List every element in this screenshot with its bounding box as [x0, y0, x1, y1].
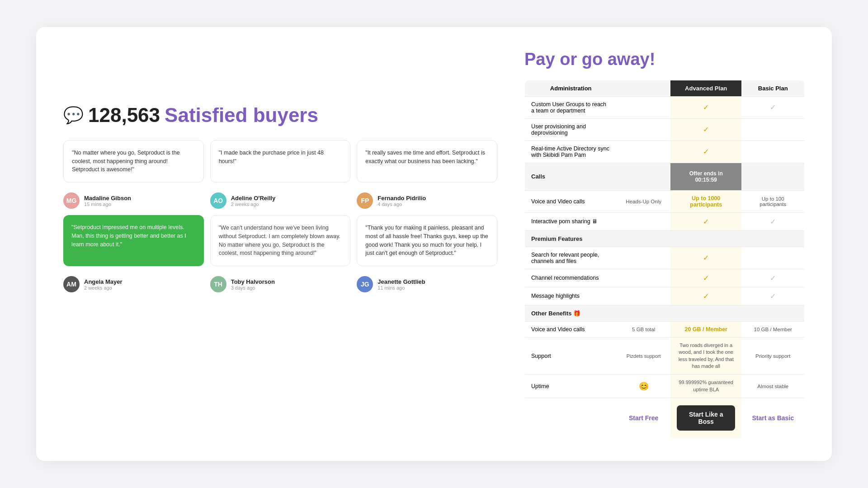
table-row: Uptime 😊 99.999992% guaranteed uptime BL… [525, 375, 805, 398]
testimonial-card-6: "Thank you for making it painless, pleas… [357, 215, 497, 266]
action-cell-advanced[interactable]: Start Like a Boss [670, 398, 742, 438]
author-name-6: Jeanette Gottlieb [377, 278, 425, 285]
testimonial-card-1: "No matter where you go, Setproduct is t… [63, 140, 204, 183]
start-basic-button[interactable]: Start as Basic [748, 414, 798, 422]
author-row-2: AO Adeline O'Reilly 2 weeks ago [210, 192, 351, 209]
advanced-cell: 20 GB / Member [670, 321, 742, 337]
table-row: Support Pizdets support Two roads diverg… [525, 337, 805, 375]
action-row: Start Free Start Like a Boss Start as Ba… [525, 398, 805, 438]
feature-cell: Search for relevant people, channels and… [525, 247, 617, 269]
author-name-4: Angela Mayer [84, 278, 123, 285]
table-row: Channel recommendations ✓ ✓ [525, 269, 805, 287]
feature-cell: User provisioning and deprovisioning [525, 118, 617, 141]
feature-cell: Support [525, 337, 617, 375]
feature-cell: Real-time Active Directory sync with Ski… [525, 141, 617, 163]
author-row-6: JG Jeanette Gottlieb 11 mins ago [357, 276, 497, 292]
check-icon: ✓ [703, 254, 709, 262]
action-cell-basic[interactable]: Start as Basic [741, 398, 804, 438]
author-row-1: MG Madaline Gibson 15 mins ago [63, 192, 204, 209]
section-label-premium: Premium Features [525, 230, 805, 247]
section-row-premium: Premium Features [525, 230, 805, 247]
testimonial-quote-2: "I made back the purchase price in just … [219, 149, 342, 166]
basic-cell [741, 141, 804, 163]
table-header-row: Administration Advanced Plan Basic Plan [525, 80, 805, 96]
check-icon: ✓ [703, 292, 709, 300]
support-text: Two roads diverged in a wood, and I took… [679, 343, 734, 369]
uptime-text: 99.999992% guaranteed uptime BLA [679, 380, 733, 392]
middle-cell: Pizdets support [617, 337, 670, 375]
author-name-5: Toby Halvorson [231, 278, 275, 285]
basic-cell: 10 GB / Member [741, 321, 804, 337]
table-row: Voice and Video calls 5 GB total 20 GB /… [525, 321, 805, 337]
action-cell-middle[interactable]: Start Free [617, 398, 670, 438]
highlight-text: Up to 1000 participants [690, 195, 722, 208]
feature-cell: Voice and Video calls [525, 321, 617, 337]
author-time-5: 3 days ago [231, 285, 275, 291]
advanced-cell: ✓ [670, 269, 742, 287]
bubble-indicator [73, 251, 77, 254]
basic-cell: ✓ [741, 269, 804, 287]
feature-cell: Uptime [525, 375, 617, 398]
advanced-cell: Up to 1000 participants [670, 190, 742, 212]
left-panel: 💬 128,563 Satisfied buyers "No matter wh… [63, 50, 497, 438]
advanced-cell: ✓ [670, 118, 742, 141]
table-row: Search for relevant people, channels and… [525, 247, 805, 269]
basic-cell [741, 247, 804, 269]
basic-cell: Almost stable [741, 375, 804, 398]
offer-badge-cell: Offer ends in 00:15:59 [670, 163, 742, 190]
author-row-4: AM Angela Mayer 2 weeks ago [63, 276, 204, 292]
chat-icon: 💬 [63, 106, 84, 125]
author-name-1: Madaline Gibson [84, 195, 131, 202]
col-header-middle [617, 80, 670, 96]
buyers-number: 128,563 [88, 104, 160, 127]
middle-cell: Heads-Up Only [617, 190, 670, 212]
middle-cell [617, 247, 670, 269]
middle-cell [617, 118, 670, 141]
right-panel: Pay or go away! Administration Advanced … [524, 50, 805, 438]
start-free-button[interactable]: Start Free [623, 414, 664, 422]
check-icon: ✓ [703, 103, 709, 111]
avatar-4: AM [63, 276, 80, 292]
testimonial-quote-3: "It really saves me time and effort. Set… [365, 149, 489, 166]
avatar-5: TH [210, 276, 226, 292]
basic-cell: Priority support [741, 337, 804, 375]
basic-cell [741, 118, 804, 141]
middle-cell: 😊 [617, 375, 670, 398]
section-label: Calls [525, 163, 617, 190]
feature-cell: Message highlights [525, 287, 617, 305]
middle-cell [617, 269, 670, 287]
testimonial-card-5: "We can't understand how we've been livi… [210, 215, 351, 266]
buyers-heading: 💬 128,563 Satisfied buyers [63, 104, 497, 127]
middle-cell [617, 141, 670, 163]
check-light-icon: ✓ [770, 103, 776, 111]
section-middle [617, 163, 670, 190]
author-time-6: 11 mins ago [377, 285, 425, 291]
advanced-cell: ✓ [670, 96, 742, 118]
page-container: 💬 128,563 Satisfied buyers "No matter wh… [36, 27, 832, 461]
middle-cell [617, 96, 670, 118]
highlight-text-storage: 20 GB / Member [684, 326, 727, 333]
feature-cell: Channel recommendations [525, 269, 617, 287]
avatar-2: AO [210, 192, 226, 209]
basic-cell: ✓ [741, 96, 804, 118]
col-header-basic: Basic Plan [741, 80, 804, 96]
start-boss-button[interactable]: Start Like a Boss [677, 405, 736, 431]
section-basic [741, 163, 804, 190]
check-icon: ✓ [703, 218, 709, 225]
testimonial-card-3: "It really saves me time and effort. Set… [357, 140, 497, 183]
basic-cell: Up to 100 participants [741, 190, 804, 212]
author-name-3: Fernando Pidrilio [377, 195, 426, 202]
check-icon: ✓ [703, 148, 709, 155]
table-row: Voice and Video calls Heads-Up Only Up t… [525, 190, 805, 212]
basic-cell: ✓ [741, 287, 804, 305]
offer-badge: Offer ends in 00:15:59 [677, 168, 736, 186]
pricing-table: Administration Advanced Plan Basic Plan … [524, 80, 805, 438]
advanced-cell: Two roads diverged in a wood, and I took… [670, 337, 742, 375]
feature-cell: Voice and Video calls [525, 190, 617, 212]
testimonials-grid: "No matter where you go, Setproduct is t… [63, 140, 497, 292]
author-row-5: TH Toby Halvorson 3 days ago [210, 276, 351, 292]
section-row-benefits: Other Benefits 🎁 [525, 305, 805, 321]
check-light-icon: ✓ [770, 274, 776, 282]
middle-cell: 5 GB total [617, 321, 670, 337]
table-row: Interactive porn sharing 🖥 ✓ ✓ [525, 212, 805, 230]
